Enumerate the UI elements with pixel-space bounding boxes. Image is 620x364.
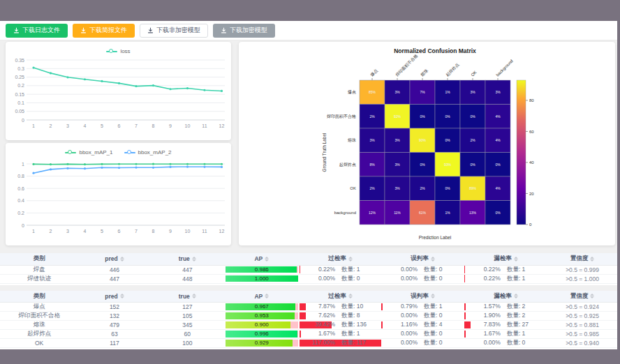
confidence-cell: >0.5 = 0.924 [547, 303, 617, 312]
x-tick-label: 10 [185, 229, 191, 234]
x-tick-label: 12 [219, 229, 225, 234]
column-header-label: AP [254, 293, 263, 300]
miss-rate-cell: 1.90%数量: 2 [464, 312, 547, 321]
rate-percent: 0.00% [394, 330, 418, 338]
column-header: true [151, 253, 224, 265]
sort-icon[interactable] [514, 294, 518, 298]
matrix-cell-value: 8% [369, 162, 375, 167]
rate-percent: 1.90% [477, 312, 501, 320]
rate-percent: 0.00% [311, 275, 335, 283]
data-point [84, 78, 86, 80]
legend-item-loss[interactable]: loss [106, 48, 130, 54]
matrix-cell-value: 3% [470, 90, 475, 94]
data-point [32, 66, 34, 68]
column-header: AP [224, 291, 300, 303]
data-point [186, 87, 189, 89]
column-header: true [151, 291, 224, 303]
data-point [221, 166, 223, 168]
column-header-label: 类别 [34, 255, 45, 263]
sort-icon[interactable] [431, 294, 435, 298]
download-report-button[interactable]: 下载简报文件 [73, 24, 135, 38]
rate-percent: 0.00% [394, 339, 418, 347]
rate-percent: 39.42% [311, 321, 335, 329]
ap-value: 0.929 [226, 340, 298, 347]
colorbar [517, 80, 526, 225]
sort-icon[interactable] [265, 257, 269, 261]
sort-icon[interactable] [348, 257, 353, 261]
x-tick-label: 1 [32, 123, 35, 128]
rate-percent: 0.22% [311, 266, 335, 274]
download-icon [80, 27, 87, 33]
sort-icon[interactable] [265, 294, 269, 298]
pred-cell: 117 [78, 339, 150, 348]
x-tick-label: 8 [152, 229, 155, 234]
sort-icon[interactable] [120, 257, 124, 261]
data-point [186, 166, 189, 168]
sort-icon[interactable] [120, 294, 124, 298]
rate-count: 数量: 1 [341, 330, 369, 338]
rate-percent: 0.22% [477, 275, 501, 283]
ap-value: 1.000 [226, 275, 298, 282]
data-point [84, 167, 86, 169]
matrix-xlabel: Prediction Label [419, 235, 452, 240]
data-point [169, 163, 171, 165]
ap-cell: 0.953 [224, 312, 300, 321]
download-log-button[interactable]: 下载日志文件 [6, 24, 68, 38]
misjudge-rate-cell: 0.79%数量: 1 [381, 303, 464, 312]
matrix-cell-value: 92% [394, 114, 401, 119]
matrix-cell-value: 1% [445, 90, 450, 94]
table-header-row: 类别predtrueAP过检率误判率漏检率置信度 [0, 253, 617, 265]
matrix-col-label: 熔珠 [420, 68, 429, 77]
matrix-col-label: OK [470, 70, 477, 77]
matrix-cell-value: 0% [445, 114, 450, 119]
legend-item-bbox_mAP_1[interactable]: bbox_mAP_1 [65, 149, 112, 156]
loss-chart-legend: loss [6, 42, 231, 56]
rate-percent: 117.00% [311, 339, 335, 347]
sort-icon[interactable] [192, 294, 196, 298]
misjudge-rate-cell: 0.00%数量: 0 [381, 330, 464, 339]
data-point [118, 82, 120, 84]
sort-icon[interactable] [431, 257, 435, 261]
table-row: 焊缝轨迹4474481.0000.00%数量: 00.00%数量: 00.22%… [0, 274, 617, 283]
data-point [50, 163, 52, 165]
matrix-cell-value: 0% [470, 162, 475, 167]
download-unencrypted-model-button[interactable]: 下载非加密模型 [140, 24, 208, 38]
column-header: 置信度 [547, 291, 617, 303]
x-tick-label: 12 [219, 123, 225, 128]
matrix-cell-value: 7% [420, 90, 425, 94]
sort-icon[interactable] [514, 257, 518, 261]
rate-count: 数量: 1 [341, 266, 369, 274]
rate-count: 数量: 2 [507, 303, 535, 311]
y-tick-label: 0.8 [17, 174, 24, 179]
data-point [135, 163, 137, 165]
true-cell: 127 [151, 303, 224, 312]
sort-icon[interactable] [348, 294, 353, 298]
map-chart: 00.20.40.60.81123456789101112 [6, 157, 231, 241]
rate-percent: 0.00% [394, 312, 418, 320]
rate-percent: 0.79% [394, 303, 418, 311]
sort-icon[interactable] [590, 294, 594, 298]
main-content: loss 00.050.10.150.20.250.30.35123456789… [0, 40, 617, 342]
data-point [50, 168, 52, 170]
miss-rate-cell: 0.22%数量: 1 [464, 265, 547, 274]
download-encrypted-model-button[interactable]: 下载加密模型 [213, 24, 275, 38]
rate-percent: 1.57% [477, 303, 501, 311]
data-point [50, 72, 52, 74]
ap-value: 0.996 [226, 331, 298, 338]
colorbar-tick-label: 0 [529, 222, 532, 227]
x-tick-label: 1 [32, 229, 35, 234]
data-point [186, 163, 189, 165]
sort-icon[interactable] [192, 257, 196, 261]
tables-divider [0, 285, 617, 291]
legend-item-bbox_mAP_2[interactable]: bbox_mAP_2 [124, 149, 172, 156]
legend-label: loss [120, 48, 130, 54]
x-tick-label: 10 [185, 123, 191, 128]
ap-cell: 0.967 [224, 303, 300, 312]
matrix-cell-value: 3% [394, 162, 400, 167]
column-header-label: 类别 [34, 292, 45, 301]
x-tick-label: 4 [84, 123, 87, 128]
y-tick-label: 1 [22, 162, 24, 167]
sort-icon[interactable] [590, 257, 594, 261]
matrix-cell-value: 0% [420, 162, 425, 167]
column-header: pred [78, 253, 150, 265]
